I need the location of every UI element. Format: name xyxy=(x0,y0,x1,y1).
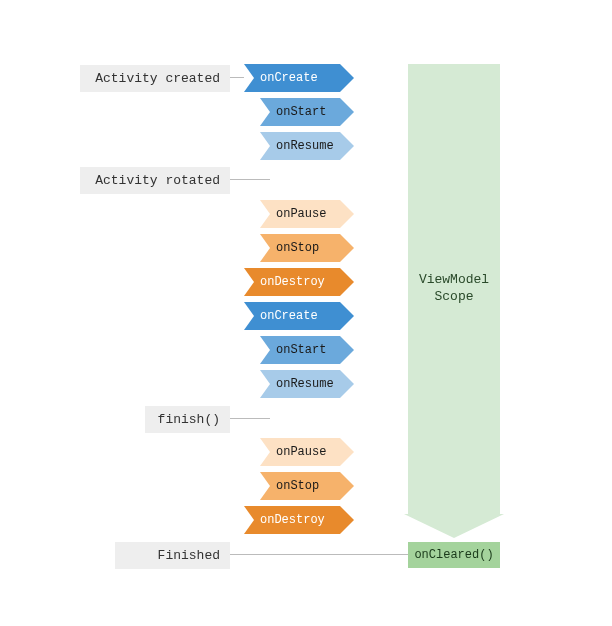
viewmodel-scope-bar: ViewModel Scope xyxy=(408,64,500,514)
arrow-onstop-1: onStop xyxy=(260,234,340,262)
arrow-onstart-2: onStart xyxy=(260,336,340,364)
label-finished: Finished xyxy=(115,542,230,569)
arrow-ondestroy-1: onDestroy xyxy=(244,268,340,296)
viewmodel-scope-arrowhead xyxy=(404,514,504,538)
connector xyxy=(230,179,270,180)
arrow-onpause-2: onPause xyxy=(260,438,340,466)
label-activity-rotated: Activity rotated xyxy=(80,167,230,194)
arrow-oncreate-2: onCreate xyxy=(244,302,340,330)
lifecycle-diagram: Activity created Activity rotated finish… xyxy=(0,0,612,626)
label-finish: finish() xyxy=(145,406,230,433)
arrow-ondestroy-2: onDestroy xyxy=(244,506,340,534)
connector xyxy=(230,77,244,78)
arrow-onstart-1: onStart xyxy=(260,98,340,126)
viewmodel-scope-text: ViewModel Scope xyxy=(419,272,489,306)
arrow-onresume-1: onResume xyxy=(260,132,340,160)
arrow-onpause-1: onPause xyxy=(260,200,340,228)
label-activity-created: Activity created xyxy=(80,65,230,92)
arrow-onresume-2: onResume xyxy=(260,370,340,398)
viewmodel-oncleared: onCleared() xyxy=(408,542,500,568)
connector xyxy=(230,418,270,419)
connector xyxy=(230,554,410,555)
arrow-oncreate-1: onCreate xyxy=(244,64,340,92)
arrow-onstop-2: onStop xyxy=(260,472,340,500)
